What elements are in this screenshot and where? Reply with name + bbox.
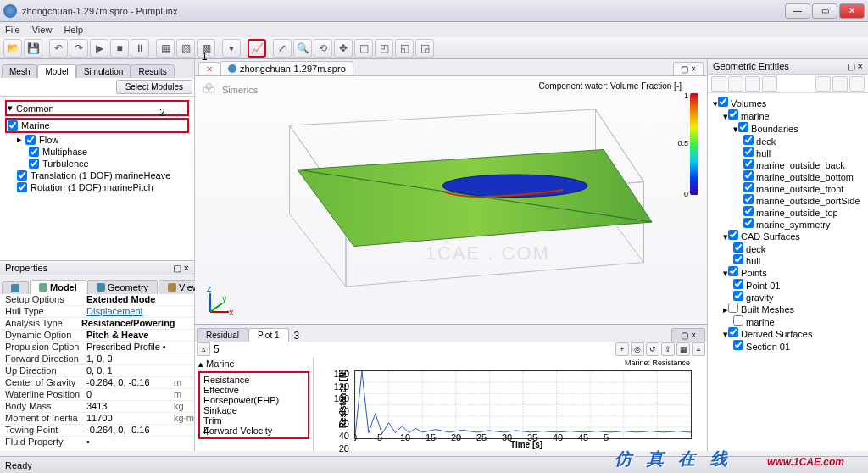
property-row[interactable]: Moment of Inertia11700kg·m²	[0, 413, 194, 425]
select-modules-button[interactable]: Select Modules	[116, 80, 192, 94]
color-icon[interactable]	[762, 76, 777, 92]
isolate-icon[interactable]	[745, 76, 760, 92]
top-icon[interactable]: ◰	[375, 39, 393, 58]
save-icon[interactable]: 💾	[24, 39, 42, 58]
geom-node[interactable]: ▾ Derived Surfaces	[713, 327, 863, 340]
ptab-geometry[interactable]: Geometry	[87, 280, 158, 294]
tab-mesh[interactable]: Mesh	[2, 64, 37, 78]
property-row[interactable]: Fluid Property•	[0, 437, 194, 448]
collapse-icon[interactable]	[849, 76, 865, 92]
geom-node[interactable]: ▾ CAD Surfaces	[713, 230, 863, 242]
property-row[interactable]: Hull TypeDisplacement	[0, 306, 194, 318]
property-row[interactable]: Dynamic OptionPitch & Heave	[0, 330, 194, 342]
flow-checkbox[interactable]	[25, 135, 36, 145]
plot-item-fwdvel[interactable]: Forward Velocity	[203, 426, 304, 436]
viewport-3d[interactable]: Simerics Component water: Volume Fractio…	[195, 76, 707, 324]
translation-checkbox[interactable]	[17, 170, 27, 181]
geom-node[interactable]: marine_outside_front	[713, 182, 863, 194]
property-row[interactable]: Propulsion OptionPrescribed Profile •	[0, 342, 194, 353]
geom-node[interactable]: marine_outside_back	[713, 159, 863, 170]
property-row[interactable]: Up Direction0, 0, 1	[0, 365, 194, 377]
geom-node[interactable]: ▸ Built Meshes	[713, 303, 863, 315]
tab-plot1[interactable]: Plot 1	[248, 328, 289, 342]
geom-node[interactable]: ▾ marine	[713, 109, 863, 122]
show-all-icon[interactable]	[711, 76, 726, 92]
close-button[interactable]: ✕	[839, 3, 865, 19]
tree-multiphase[interactable]: Multiphase	[5, 146, 189, 158]
geom-node[interactable]: marine_outside_top	[713, 206, 863, 218]
vtab-pin[interactable]: ▢ ×	[673, 62, 704, 75]
geom-node[interactable]: Point 01	[713, 279, 863, 291]
vtab-close[interactable]: ✕	[198, 62, 220, 75]
tree-marine[interactable]: Marine	[5, 118, 189, 133]
geom-node[interactable]: marine_outside_portSide	[713, 194, 863, 206]
geom-node[interactable]: hull	[713, 147, 863, 159]
geom-node[interactable]: ▾ Volumes	[713, 97, 863, 109]
filter-icon[interactable]	[815, 76, 831, 92]
plot-tree-root[interactable]: ▴ Marine	[198, 359, 309, 370]
plot-item-resistance[interactable]: Resistance	[203, 375, 304, 385]
zoom-fit-icon[interactable]: ⤢	[273, 39, 292, 58]
plot-target-icon[interactable]: ◎	[631, 342, 644, 356]
rotate-icon[interactable]: ⟲	[314, 39, 332, 58]
property-row[interactable]: Forward Direction1, 0, 0	[0, 353, 194, 365]
turbulence-checkbox[interactable]	[29, 159, 39, 169]
tab-results[interactable]: Results	[131, 64, 174, 78]
side-icon[interactable]: ◱	[395, 39, 414, 58]
property-row[interactable]: Analysis TypeResistance/Powering	[0, 318, 194, 330]
property-row[interactable]: Center of Gravity-0.264, 0, -0.16m	[0, 377, 194, 389]
tree-turbulence[interactable]: Turbulence	[5, 158, 189, 170]
plot-item-ehp[interactable]: Effective Horsepower(EHP)	[203, 385, 304, 405]
ptab-icon[interactable]	[2, 281, 29, 294]
expand-icon[interactable]	[832, 76, 848, 92]
plot-pin[interactable]: ▢ ×	[671, 328, 705, 342]
tab-model[interactable]: Model	[37, 64, 75, 78]
geom-node[interactable]: Section 01	[713, 340, 863, 352]
plot-canvas[interactable]: Marine: Resistance Resistance [N] Time […	[314, 357, 707, 451]
menu-file[interactable]: File	[5, 25, 20, 35]
zoom-box-icon[interactable]: 🔍	[293, 39, 312, 58]
pause-icon[interactable]: ⏸	[131, 39, 149, 58]
tree-rotation[interactable]: Rotation (1 DOF) marinePitch	[5, 181, 189, 193]
tree-flow[interactable]: ▸Flow	[5, 133, 189, 146]
wire-icon[interactable]: ▧	[176, 39, 195, 58]
vtab-file[interactable]: zhongchuan-1.297m.spro	[220, 61, 353, 75]
plot-reset-icon[interactable]: ↺	[646, 342, 659, 356]
geom-node[interactable]: deck	[713, 242, 863, 254]
geom-node[interactable]: marine_outside_bottom	[713, 170, 863, 182]
tab-residual[interactable]: Residual	[197, 328, 248, 342]
plot-export-icon[interactable]: ⇪	[661, 342, 675, 356]
tree-translation[interactable]: Translation (1 DOF) marineHeave	[5, 170, 189, 181]
multiphase-checkbox[interactable]	[29, 147, 39, 157]
mesh-icon[interactable]: ▦	[156, 39, 175, 58]
iso-icon[interactable]: ◲	[415, 39, 434, 58]
geom-node[interactable]: marine	[713, 315, 863, 327]
geom-node[interactable]: gravity	[713, 291, 863, 303]
front-icon[interactable]: ◫	[354, 39, 373, 58]
redo-icon[interactable]: ↷	[70, 39, 88, 58]
ptab-model[interactable]: Model	[30, 280, 86, 294]
plot-grid-icon[interactable]: ▦	[676, 342, 690, 356]
marine-checkbox[interactable]	[8, 120, 18, 131]
tab-simulation[interactable]: Simulation	[76, 64, 131, 78]
geom-node[interactable]: ▾ Points	[713, 266, 863, 279]
dropdown-icon[interactable]: ▾	[222, 39, 241, 58]
open-icon[interactable]: 📂	[3, 39, 22, 58]
hide-all-icon[interactable]	[728, 76, 743, 92]
property-row[interactable]: Towing Point-0.264, 0, -0.16	[0, 425, 194, 437]
property-row[interactable]: Waterline Position0m	[0, 389, 194, 401]
right-pin-icon[interactable]: ▢ ×	[847, 61, 863, 72]
plot-item-trim[interactable]: Trim	[203, 415, 304, 426]
pin-icon[interactable]: ▢ ×	[173, 263, 189, 273]
pan-icon[interactable]: ✥	[334, 39, 353, 58]
geom-node[interactable]: marine_symmetry	[713, 218, 863, 230]
menu-help[interactable]: Help	[64, 25, 83, 35]
property-row[interactable]: Setup OptionsExtended Mode	[0, 294, 194, 306]
minimize-button[interactable]: —	[785, 3, 810, 19]
property-row[interactable]: Body Mass3413kg	[0, 401, 194, 413]
undo-icon[interactable]: ↶	[49, 39, 68, 58]
geom-node[interactable]: deck	[713, 135, 863, 147]
maximize-button[interactable]: ▭	[812, 3, 837, 19]
play-icon[interactable]: ▶	[90, 39, 108, 58]
plot-zoom-icon[interactable]: +	[615, 342, 629, 356]
